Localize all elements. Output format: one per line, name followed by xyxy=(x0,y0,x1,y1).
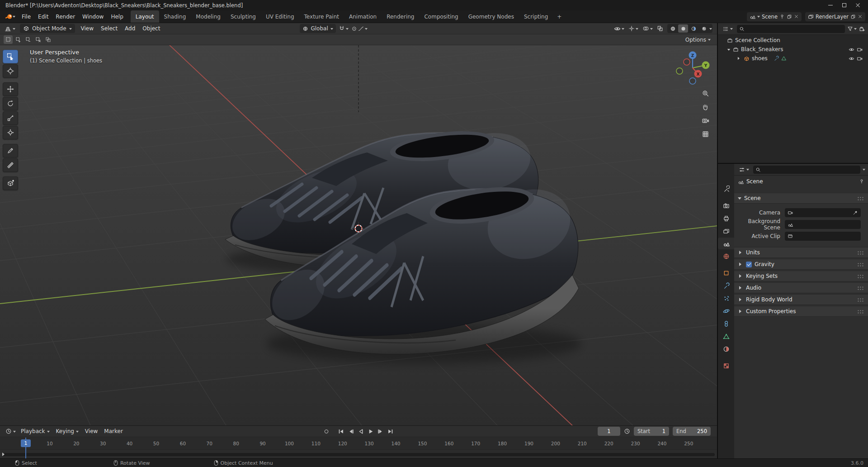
gravity-checkbox[interactable] xyxy=(746,262,752,267)
workspace-tab-modeling[interactable]: Modeling xyxy=(191,10,226,23)
eyedropper-icon[interactable] xyxy=(853,210,858,215)
editor-type-button[interactable] xyxy=(3,24,17,33)
drag-handle-icon[interactable] xyxy=(857,274,864,278)
playback-menu[interactable]: Playback xyxy=(18,428,53,434)
xray-toggle[interactable] xyxy=(657,25,663,32)
drag-handle-icon[interactable] xyxy=(857,251,864,255)
shading-solid-button[interactable] xyxy=(678,24,688,33)
properties-editor-type-button[interactable] xyxy=(737,165,751,174)
menu-window[interactable]: Window xyxy=(79,10,107,23)
timeline-scrollbar[interactable] xyxy=(2,453,715,456)
object-menu[interactable]: Object xyxy=(139,24,163,33)
hide-eye-toggle[interactable] xyxy=(849,47,854,52)
end-frame-field[interactable]: End 250 xyxy=(673,427,711,436)
timeline-ruler[interactable]: 10 20 30 40 50 60 70 80 90 100 110 120 1… xyxy=(0,437,717,450)
drag-handle-icon[interactable] xyxy=(857,310,864,314)
outliner-row-scene-collection[interactable]: Scene Collection xyxy=(718,36,868,45)
tool-scale-button[interactable] xyxy=(3,111,18,125)
remove-icon[interactable] xyxy=(858,14,863,19)
gizmos-dropdown[interactable] xyxy=(628,25,638,32)
select-mode-intersect-button[interactable] xyxy=(43,35,52,44)
props-tab-object[interactable] xyxy=(718,267,734,279)
props-tab-constraints[interactable] xyxy=(718,318,734,329)
previous-keyframe-button[interactable] xyxy=(347,427,355,436)
start-frame-field[interactable]: Start 1 xyxy=(634,427,669,436)
tool-rotate-button[interactable] xyxy=(3,97,18,110)
blender-app-menu-button[interactable] xyxy=(3,10,18,23)
tool-move-button[interactable] xyxy=(3,82,18,96)
snap-toggle[interactable] xyxy=(339,25,349,32)
section-audio-header[interactable]: Audio xyxy=(734,282,868,293)
select-mode-invert-button[interactable] xyxy=(33,35,42,44)
props-tab-object-data[interactable] xyxy=(718,330,734,342)
props-tab-scene[interactable] xyxy=(718,238,734,249)
next-keyframe-button[interactable] xyxy=(377,427,385,436)
filter-dropdown-icon[interactable] xyxy=(863,169,865,172)
menu-help[interactable]: Help xyxy=(107,10,127,23)
unlink-icon[interactable] xyxy=(794,14,799,19)
marker-menu[interactable]: Marker xyxy=(101,428,126,434)
props-tab-world[interactable] xyxy=(718,250,734,262)
props-tab-material[interactable] xyxy=(718,343,734,355)
pin-icon[interactable] xyxy=(779,14,785,19)
active-clip-field[interactable] xyxy=(785,232,861,241)
properties-search-input[interactable] xyxy=(753,166,860,174)
tool-cursor-button[interactable] xyxy=(3,64,18,78)
select-mode-subtract-button[interactable] xyxy=(24,35,33,44)
props-tab-physics[interactable] xyxy=(718,305,734,317)
current-frame-field[interactable]: 1 xyxy=(598,427,620,436)
play-button[interactable] xyxy=(367,427,375,436)
outliner-search-input[interactable] xyxy=(737,25,845,33)
keying-menu[interactable]: Keying xyxy=(53,428,82,434)
scene-selector[interactable]: Scene xyxy=(747,12,802,21)
viewport-canvas[interactable]: User Perspective (1) Scene Collection | … xyxy=(0,45,717,425)
menu-file[interactable]: File xyxy=(18,10,34,23)
workspace-tab-shading[interactable]: Shading xyxy=(159,10,191,23)
region-expand-icon[interactable] xyxy=(2,453,6,456)
jump-to-start-button[interactable] xyxy=(337,427,345,436)
auto-keying-button[interactable] xyxy=(322,427,331,436)
minimize-button[interactable] xyxy=(824,0,837,10)
props-tab-modifiers[interactable] xyxy=(718,280,734,291)
drag-handle-icon[interactable] xyxy=(857,298,864,302)
tool-add-cube-button[interactable] xyxy=(3,176,18,190)
camera-view-button[interactable] xyxy=(701,116,710,125)
preview-range-icon[interactable] xyxy=(624,428,630,434)
copy-icon[interactable] xyxy=(850,14,856,19)
overlays-dropdown[interactable] xyxy=(642,25,653,32)
zoom-button[interactable] xyxy=(701,89,710,98)
timeline-view-menu[interactable]: View xyxy=(82,428,101,434)
section-units-header[interactable]: Units xyxy=(734,247,868,258)
pin-icon[interactable] xyxy=(859,179,864,184)
view-layer-selector[interactable]: RenderLayer xyxy=(805,12,865,21)
props-tab-texture[interactable] xyxy=(718,360,734,372)
camera-field[interactable] xyxy=(785,208,861,217)
menu-edit[interactable]: Edit xyxy=(34,10,52,23)
select-mode-extend-button[interactable] xyxy=(14,35,23,44)
jump-to-end-button[interactable] xyxy=(387,427,395,436)
props-tab-render[interactable] xyxy=(718,200,734,211)
outliner-row-shoes[interactable]: shoes xyxy=(718,54,868,63)
play-reverse-button[interactable] xyxy=(357,427,365,436)
select-mode-set-button[interactable] xyxy=(4,35,13,44)
workspace-tab-layout[interactable]: Layout xyxy=(131,10,159,23)
section-gravity-header[interactable]: Gravity xyxy=(734,259,868,270)
workspace-tab-rendering[interactable]: Rendering xyxy=(382,10,419,23)
workspace-tab-scripting[interactable]: Scripting xyxy=(519,10,553,23)
props-tab-output[interactable] xyxy=(718,212,734,224)
add-menu[interactable]: Add xyxy=(122,24,138,33)
section-rigid-body-world-header[interactable]: Rigid Body World xyxy=(734,294,868,305)
proportional-editing-toggle[interactable] xyxy=(351,26,368,32)
pan-button[interactable] xyxy=(701,102,710,111)
disable-render-toggle[interactable] xyxy=(857,56,863,62)
playhead-marker[interactable]: 1 xyxy=(21,439,31,447)
workspace-tab-sculpting[interactable]: Sculpting xyxy=(226,10,261,23)
tool-annotate-button[interactable] xyxy=(3,144,18,157)
background-scene-field[interactable] xyxy=(785,220,861,229)
outliner-filter-button[interactable] xyxy=(847,26,857,32)
workspace-tab-texture-paint[interactable]: Texture Paint xyxy=(299,10,344,23)
toggle-ortho-button[interactable] xyxy=(701,129,710,138)
tool-transform-button[interactable] xyxy=(3,126,18,139)
workspace-tab-compositing[interactable]: Compositing xyxy=(419,10,463,23)
maximize-button[interactable] xyxy=(837,0,851,10)
